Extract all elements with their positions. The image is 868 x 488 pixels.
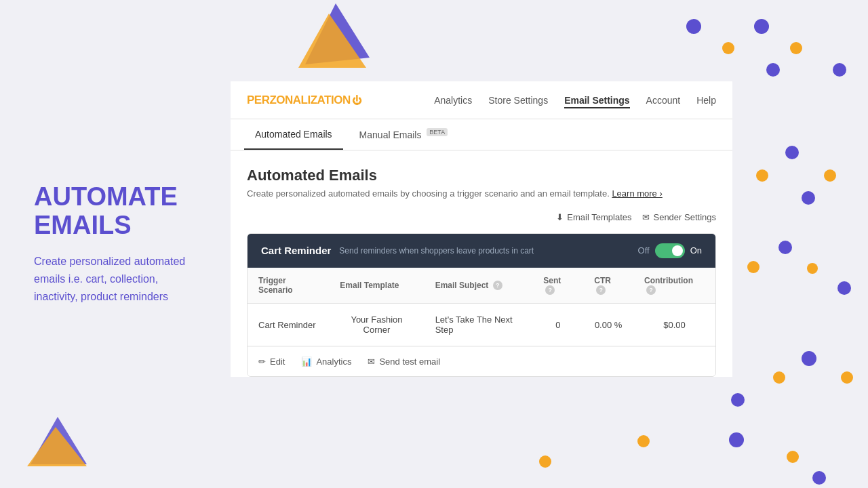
dot [841, 371, 853, 384]
dot [731, 393, 745, 407]
help-icon-ctr: ? [596, 285, 606, 295]
nav-item-analytics[interactable]: Analytics [434, 94, 472, 106]
edit-button[interactable]: ✏ Edit [258, 357, 285, 367]
send-test-email-button[interactable]: ✉ Send test email [368, 357, 440, 367]
hero-title: AUTOMATE EMAILS [34, 183, 203, 240]
navbar: PERZONALIZATION⏻ Analytics Store Setting… [231, 81, 732, 119]
toggle-off-label: Off [638, 245, 650, 256]
dot [747, 261, 760, 273]
th-sent: Sent ? [532, 268, 583, 304]
tab-automated-emails[interactable]: Automated Emails [244, 119, 343, 150]
envelope-settings-icon: ✉ [642, 212, 650, 222]
th-contribution: Contribution ? [633, 268, 715, 304]
dot [790, 42, 802, 54]
cell-subject: Let's Take The Next Step [425, 304, 533, 346]
dot [802, 351, 816, 366]
dot [756, 169, 768, 182]
toggle-container: Off On [638, 243, 702, 258]
help-icon-contribution: ? [646, 285, 656, 295]
tab-manual-emails[interactable]: Manual Emails BETA [349, 119, 459, 150]
edit-icon: ✏ [258, 357, 266, 367]
top-triangle-logo [292, 0, 380, 75]
learn-more-link[interactable]: Learn more › [612, 188, 662, 199]
content-body: Automated Emails Create personalized aut… [231, 150, 732, 378]
dot [686, 19, 701, 34]
hero-subtitle: Create personalized automated emails i.e… [34, 253, 203, 305]
brand-logo: PERZONALIZATION⏻ [247, 93, 361, 107]
bar-chart-icon: 📊 [301, 357, 312, 367]
dot [637, 435, 650, 447]
beta-badge: BETA [427, 128, 448, 136]
nav-item-account[interactable]: Account [646, 94, 681, 106]
help-icon-subject: ? [493, 281, 502, 290]
dot [787, 451, 799, 463]
toggle-on-label: On [690, 245, 702, 256]
dot [824, 169, 836, 182]
table-header: Trigger Scenario Email Template Email Su… [248, 268, 715, 304]
dot [754, 19, 769, 34]
dot [729, 432, 744, 447]
th-ctr: CTR ? [583, 268, 633, 304]
nav-item-store-settings[interactable]: Store Settings [488, 94, 548, 106]
card-title: Cart Reminder [261, 245, 331, 256]
card-header: Cart Reminder Send reminders when shoppe… [248, 234, 715, 268]
dot [785, 146, 799, 159]
send-email-icon: ✉ [368, 357, 375, 367]
action-bar: ⬇ Email Templates ✉ Sender Settings [247, 212, 716, 222]
dot [807, 263, 818, 274]
cart-reminder-card: Cart Reminder Send reminders when shoppe… [247, 233, 716, 378]
dot [539, 455, 551, 468]
email-templates-link[interactable]: ⬇ Email Templates [556, 212, 631, 222]
svg-marker-3 [27, 427, 87, 466]
dot [766, 63, 780, 77]
analytics-button[interactable]: 📊 Analytics [301, 357, 351, 367]
nav-item-help[interactable]: Help [696, 94, 716, 106]
dot [802, 191, 815, 205]
nav-links: Analytics Store Settings Email Settings … [434, 94, 716, 106]
table-row: Cart Reminder Your Fashion Corner Let's … [248, 304, 715, 346]
toggle-thumb [672, 245, 683, 256]
email-table: Trigger Scenario Email Template Email Su… [248, 268, 715, 347]
sender-settings-link[interactable]: ✉ Sender Settings [642, 212, 716, 222]
page-title: Automated Emails [247, 167, 716, 184]
dot [837, 281, 851, 295]
card-subtitle: Send reminders when shoppers leave produ… [339, 246, 637, 256]
cell-template: Your Fashion Corner [329, 304, 424, 346]
dot [773, 371, 785, 384]
dot [812, 471, 826, 485]
dot [722, 42, 734, 54]
content-area: Automated Emails Manual Emails BETA Auto… [231, 119, 732, 377]
toggle-switch[interactable] [655, 243, 685, 258]
th-email-subject: Email Subject ? [425, 268, 533, 304]
dot [778, 241, 792, 254]
cell-contribution: $0.00 [633, 304, 715, 346]
help-icon-sent: ? [545, 285, 555, 295]
page-description: Create personalized automated emails by … [247, 188, 716, 199]
dot [833, 63, 846, 77]
bottom-triangle-logo [27, 413, 88, 468]
cell-sent: 0 [532, 304, 583, 346]
tabs-container: Automated Emails Manual Emails BETA [231, 119, 732, 150]
nav-item-email-settings[interactable]: Email Settings [564, 94, 629, 106]
card-footer: ✏ Edit 📊 Analytics ✉ Send test email [248, 346, 715, 376]
table-body: Cart Reminder Your Fashion Corner Let's … [248, 304, 715, 346]
th-email-template: Email Template [329, 268, 424, 304]
th-trigger-scenario: Trigger Scenario [248, 268, 329, 304]
download-icon: ⬇ [556, 212, 564, 222]
cell-trigger: Cart Reminder [248, 304, 329, 346]
cell-ctr: 0.00 % [583, 304, 633, 346]
